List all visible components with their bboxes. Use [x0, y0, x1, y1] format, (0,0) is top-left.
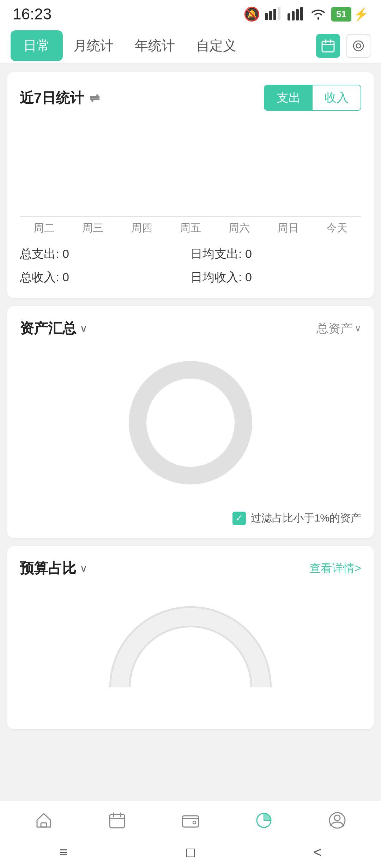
svg-rect-5: [292, 11, 295, 20]
asset-donut-chart: [20, 338, 361, 507]
svg-rect-21: [182, 816, 199, 827]
nav-profile[interactable]: [321, 807, 354, 833]
calendar-icon-btn[interactable]: [316, 34, 340, 58]
asset-title: 资产汇总: [20, 319, 76, 338]
svg-rect-6: [296, 9, 299, 20]
svg-point-12: [353, 41, 363, 51]
weekly-stats-card: 近7日统计 ⇌ 支出 收入 周二 周三 周四 周五 周六 周日 今天 总支出: …: [7, 72, 374, 298]
weekly-stats-header: 近7日统计 ⇌ 支出 收入: [20, 85, 361, 111]
wifi-icon: [310, 6, 326, 22]
asset-total-label[interactable]: 总资产 ∨: [316, 320, 361, 337]
chart-baseline: [20, 216, 361, 217]
back-gesture-icon[interactable]: <: [313, 844, 321, 860]
svg-rect-8: [322, 41, 334, 52]
refresh-icon[interactable]: ⇌: [90, 91, 99, 105]
status-icons: 🔕 51 ⚡: [243, 6, 368, 23]
tab-daily[interactable]: 日常: [11, 30, 63, 61]
day-4: 周五: [166, 221, 215, 235]
asset-header: 资产汇总 ∨ 总资产 ∨: [20, 319, 361, 338]
expense-income-toggle[interactable]: 支出 收入: [264, 85, 361, 111]
bottom-nav-items: [0, 801, 381, 840]
check-icon: ✓: [235, 513, 243, 524]
svg-rect-4: [288, 13, 290, 20]
svg-point-22: [193, 821, 196, 824]
asset-total-chevron: ∨: [355, 323, 361, 334]
camera-icon-btn[interactable]: [346, 34, 370, 58]
svg-rect-2: [273, 9, 276, 20]
asset-summary-card: 资产汇总 ∨ 总资产 ∨ ✓ 过滤占比小于1%的资产: [7, 306, 374, 538]
signal-icon: [265, 6, 283, 23]
daily-income: 日均收入: 0: [190, 269, 361, 285]
chart-days: 周二 周三 周四 周五 周六 周日 今天: [20, 221, 361, 235]
day-7: 今天: [313, 221, 361, 235]
nav-wallet[interactable]: [174, 807, 207, 833]
svg-rect-1: [269, 11, 272, 20]
svg-point-27: [334, 815, 340, 821]
notification-icon: 🔕: [243, 6, 260, 22]
view-detail-btn[interactable]: 查看详情>: [309, 561, 361, 576]
nav-chart[interactable]: [247, 807, 280, 833]
filter-checkbox[interactable]: ✓ 过滤占比小于1%的资产: [232, 511, 361, 525]
expense-toggle-btn[interactable]: 支出: [265, 85, 313, 110]
day-3: 周四: [117, 221, 166, 235]
svg-point-13: [356, 44, 361, 48]
tab-yearly[interactable]: 年统计: [124, 30, 186, 61]
day-5: 周六: [215, 221, 264, 235]
home-gesture-icon[interactable]: □: [186, 844, 195, 860]
income-toggle-btn[interactable]: 收入: [313, 85, 361, 110]
weekly-chart: [20, 118, 361, 217]
gesture-bar: ≡ □ <: [0, 840, 381, 868]
weekly-stats-title: 近7日统计 ⇌: [20, 88, 99, 108]
svg-point-15: [159, 391, 222, 454]
budget-half-donut: [20, 589, 361, 694]
filter-label: 过滤占比小于1%的资产: [251, 511, 361, 525]
budget-chevron-icon[interactable]: ∨: [80, 562, 87, 574]
budget-title-group: 预算占比 ∨: [20, 559, 87, 578]
menu-gesture-icon[interactable]: ≡: [59, 844, 67, 860]
day-6: 周日: [264, 221, 312, 235]
main-content: 近7日统计 ⇌ 支出 收入 周二 周三 周四 周五 周六 周日 今天 总支出: …: [0, 64, 381, 738]
svg-rect-3: [278, 7, 280, 20]
daily-expense: 日均支出: 0: [190, 246, 361, 262]
checkbox-box[interactable]: ✓: [232, 512, 246, 525]
budget-ratio-card: 预算占比 ∨ 查看详情>: [7, 546, 374, 729]
tab-bar: 日常 月统计 年统计 自定义: [0, 28, 381, 64]
nav-calendar[interactable]: [101, 807, 134, 833]
svg-rect-16: [41, 823, 47, 827]
budget-title: 预算占比: [20, 559, 76, 578]
svg-rect-0: [265, 13, 268, 20]
svg-rect-7: [300, 7, 303, 20]
day-2: 周三: [68, 221, 117, 235]
status-time: 16:23: [13, 5, 52, 23]
bottom-nav: ≡ □ <: [0, 801, 381, 868]
asset-filter-row: ✓ 过滤占比小于1%的资产: [20, 511, 361, 525]
day-1: 周二: [20, 221, 68, 235]
battery-icon: 51 ⚡: [331, 7, 368, 22]
total-expense: 总支出: 0: [20, 246, 190, 262]
asset-title-group: 资产汇总 ∨: [20, 319, 87, 338]
status-bar: 16:23 🔕 51: [0, 0, 381, 28]
tab-custom[interactable]: 自定义: [186, 30, 247, 61]
total-income: 总收入: 0: [20, 269, 190, 285]
asset-chevron-icon[interactable]: ∨: [80, 322, 87, 334]
signal2-icon: [288, 6, 305, 22]
nav-home[interactable]: [27, 807, 60, 833]
weekly-stats-grid: 总支出: 0 日均支出: 0 总收入: 0 日均收入: 0: [20, 246, 361, 285]
tab-monthly[interactable]: 月统计: [63, 30, 124, 61]
svg-rect-17: [110, 814, 125, 828]
budget-header: 预算占比 ∨ 查看详情>: [20, 559, 361, 578]
